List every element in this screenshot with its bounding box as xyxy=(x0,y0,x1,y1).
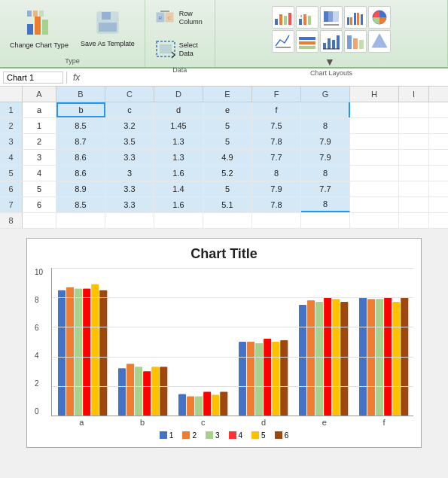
change-chart-type-button[interactable]: Change Chart Type xyxy=(5,3,74,56)
cell-3d[interactable]: 1.3 xyxy=(154,134,203,149)
layout-9[interactable] xyxy=(344,30,367,53)
col-header-c[interactable]: C xyxy=(105,87,154,102)
col-header-g[interactable]: G xyxy=(301,87,350,102)
cell-8c[interactable] xyxy=(105,213,154,228)
cell-5a[interactable]: 4 xyxy=(23,166,56,181)
layout-6[interactable] xyxy=(272,30,294,53)
cell-1e[interactable]: e xyxy=(203,102,252,117)
layout-2[interactable]: 8 xyxy=(296,6,318,29)
cell-1f[interactable]: f xyxy=(252,102,301,117)
cell-1h[interactable] xyxy=(350,102,399,117)
cell-4f[interactable]: 7.7 xyxy=(252,150,301,165)
cell-1d[interactable]: d xyxy=(154,102,203,117)
cell-6i[interactable] xyxy=(399,181,429,196)
col-header-i[interactable]: I xyxy=(399,87,429,102)
cell-2c[interactable]: 3.2 xyxy=(105,118,154,133)
cell-2h[interactable] xyxy=(350,118,399,133)
cell-2d[interactable]: 1.45 xyxy=(154,118,203,133)
cell-2e[interactable]: 5 xyxy=(203,118,252,133)
cell-6g[interactable]: 7.7 xyxy=(301,181,350,196)
cell-8g[interactable] xyxy=(301,213,350,228)
cell-2g[interactable]: 8 xyxy=(301,118,350,133)
cell-8f[interactable] xyxy=(252,213,301,228)
cell-6b[interactable]: 8.9 xyxy=(56,181,105,196)
cell-4g[interactable]: 7.9 xyxy=(301,150,350,165)
cell-2f[interactable]: 7.5 xyxy=(252,118,301,133)
cell-5h[interactable] xyxy=(350,166,399,181)
cell-8a[interactable] xyxy=(23,213,56,228)
cell-4h[interactable] xyxy=(350,150,399,165)
cell-3g[interactable]: 7.9 xyxy=(301,134,350,149)
layout-3[interactable] xyxy=(320,6,343,29)
cell-8d[interactable] xyxy=(154,213,203,228)
col-header-h[interactable]: H xyxy=(350,87,399,102)
save-as-template-button[interactable]: Save As Template xyxy=(75,3,140,56)
layout-4[interactable] xyxy=(344,6,367,29)
switch-row-column-button[interactable]: R C Row Column xyxy=(150,3,210,33)
cell-6a[interactable]: 5 xyxy=(23,181,56,196)
cell-3b[interactable]: 8.7 xyxy=(56,134,105,149)
cell-5c[interactable]: 3 xyxy=(105,166,154,181)
layout-7[interactable] xyxy=(296,30,318,53)
cell-4e[interactable]: 4.9 xyxy=(203,150,252,165)
cell-5d[interactable]: 1.6 xyxy=(154,166,203,181)
cell-4b[interactable]: 8.6 xyxy=(56,150,105,165)
cell-6d[interactable]: 1.4 xyxy=(154,181,203,196)
layout-8[interactable] xyxy=(320,30,343,53)
cell-4a[interactable]: 3 xyxy=(23,150,56,165)
cell-2b[interactable]: 8.5 xyxy=(56,118,105,133)
cell-7e[interactable]: 5.1 xyxy=(203,197,252,212)
cell-1a[interactable]: a xyxy=(23,102,56,117)
select-data-button[interactable]: Select Data xyxy=(150,35,210,65)
cell-6h[interactable] xyxy=(350,181,399,196)
cell-8b[interactable] xyxy=(56,213,105,228)
cell-7a[interactable]: 6 xyxy=(23,197,56,212)
col-header-b[interactable]: B xyxy=(56,87,105,102)
cell-5f[interactable]: 8 xyxy=(252,166,301,181)
cell-5e[interactable]: 5.2 xyxy=(203,166,252,181)
scroll-down-icon[interactable]: ▼ xyxy=(325,56,335,68)
cell-3i[interactable] xyxy=(399,134,429,149)
cell-6f[interactable]: 7.9 xyxy=(252,181,301,196)
cell-7i[interactable] xyxy=(399,197,429,212)
cell-7c[interactable]: 3.3 xyxy=(105,197,154,212)
cell-5b[interactable]: 8.6 xyxy=(56,166,105,181)
cell-4d[interactable]: 1.3 xyxy=(154,150,203,165)
cell-8i[interactable] xyxy=(399,213,429,228)
col-header-d[interactable]: D xyxy=(154,87,203,102)
col-header-a[interactable]: A xyxy=(23,87,56,102)
cell-3h[interactable] xyxy=(350,134,399,149)
cell-3e[interactable]: 5 xyxy=(203,134,252,149)
layout-1[interactable] xyxy=(272,6,294,29)
cell-8h[interactable] xyxy=(350,213,399,228)
layout-5[interactable] xyxy=(368,6,391,29)
cell-7f[interactable]: 7.8 xyxy=(252,197,301,212)
cell-3a[interactable]: 2 xyxy=(23,134,56,149)
cell-1g[interactable] xyxy=(301,102,350,117)
cell-7d[interactable]: 1.6 xyxy=(154,197,203,212)
cell-3c[interactable]: 3.5 xyxy=(105,134,154,149)
cell-2a[interactable]: 1 xyxy=(23,118,56,133)
cell-1i[interactable] xyxy=(399,102,429,117)
cell-1b[interactable]: b xyxy=(56,102,105,117)
svg-rect-14 xyxy=(160,44,172,53)
cell-7g[interactable]: 8 xyxy=(301,197,350,212)
chart-container[interactable]: Chart Title 0 2 4 6 8 10 xyxy=(26,238,422,448)
cell-4i[interactable] xyxy=(399,150,429,165)
cell-7b[interactable]: 8.5 xyxy=(56,197,105,212)
cell-3f[interactable]: 7.8 xyxy=(252,134,301,149)
cell-8e[interactable] xyxy=(203,213,252,228)
cell-5i[interactable] xyxy=(399,166,429,181)
cell-1c[interactable]: c xyxy=(105,102,154,117)
layout-10[interactable] xyxy=(368,30,391,53)
col-header-f[interactable]: F xyxy=(252,87,301,102)
cell-7h[interactable] xyxy=(350,197,399,212)
layouts-scroll[interactable]: ▼ xyxy=(325,56,338,68)
col-header-e[interactable]: E xyxy=(203,87,252,102)
cell-5g[interactable]: 8 xyxy=(301,166,350,181)
cell-4c[interactable]: 3.3 xyxy=(105,150,154,165)
name-box[interactable] xyxy=(3,72,63,84)
cell-6c[interactable]: 3.3 xyxy=(105,181,154,196)
cell-2i[interactable] xyxy=(399,118,429,133)
cell-6e[interactable]: 5 xyxy=(203,181,252,196)
